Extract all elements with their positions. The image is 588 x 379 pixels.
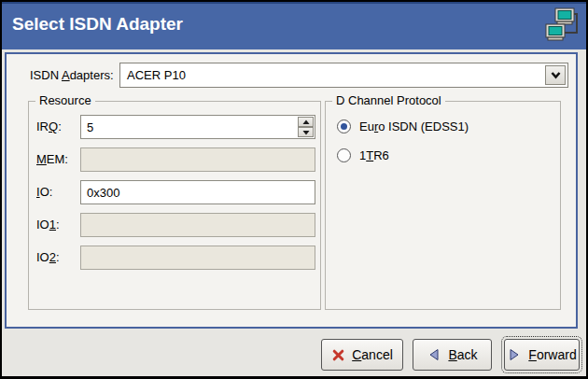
label-part: ancel [361,347,392,362]
radio-dot [341,123,347,130]
io2-label: IO2: [36,250,60,264]
forward-arrow-icon [507,347,522,362]
label-part: IR [36,119,49,133]
isdn-adapters-label: ISDN Adapters: [30,68,114,82]
monitor-back [555,8,574,24]
label-part: dapters: [70,68,114,82]
radio-euro-isdn[interactable]: Euro ISDN (EDSS1) [337,118,469,134]
label-part: A [62,68,70,82]
radio-indicator [337,148,351,162]
titlebar: Select ISDN Adapter [2,2,586,49]
d-channel-group-title: D Channel Protocol [332,93,445,107]
isdn-adapter-combobox[interactable]: ACER P10 [119,63,568,88]
io1-field [80,213,315,237]
spinner-buttons [298,117,314,137]
label-part: : [56,218,60,232]
back-button[interactable]: Back [413,339,492,371]
label-part: T [366,148,373,162]
label-part: 2 [49,250,56,264]
io-row: IO: 0x300 [29,180,320,204]
io1-row: IO1: [29,213,320,237]
irq-row: IRQ: 5 [29,115,320,139]
label-part: : [56,250,60,264]
spin-down-icon [302,130,310,135]
resource-group-title: Resource [35,93,95,107]
cancel-button[interactable]: Cancel [321,339,403,371]
dialog-window: Select ISDN Adapter ISDN Adapters: ACER … [0,0,588,379]
mem-field [80,147,315,172]
label-part: IO [36,218,49,232]
button-label: Forward [528,347,576,362]
io-field[interactable]: 0x300 [80,180,315,204]
irq-spinbox[interactable]: 5 [80,115,315,139]
label-part: ISDN [30,68,62,82]
label-part: Q [49,119,58,133]
window-title: Select ISDN Adapter [12,14,183,35]
button-label: Cancel [352,347,393,362]
mem-row: MEM: [29,147,320,172]
content-panel: ISDN Adapters: ACER P10 Resource IRQ: 5 [5,52,578,329]
radio-indicator [337,119,351,133]
dialog-body: ISDN Adapters: ACER P10 Resource IRQ: 5 [2,49,586,376]
forward-button[interactable]: Forward [504,339,580,371]
combobox-value: ACER P10 [127,68,186,82]
label-part: O: [40,185,53,199]
radio-label: 1TR6 [359,148,389,162]
resource-group: Resource IRQ: 5 [28,101,321,310]
io-label: IO: [36,185,52,199]
cancel-x-icon [331,348,345,362]
label-part: IO [36,250,49,264]
label-part: o ISDN (EDSS1) [378,119,469,133]
button-label: Back [448,347,477,362]
label-part: C [352,347,361,362]
label-part: Eu [359,119,374,133]
spin-down-button[interactable] [298,127,314,137]
io2-field [80,246,315,270]
irq-label: IRQ: [36,119,62,133]
back-arrow-icon [427,347,441,362]
label-part: ack [457,347,478,362]
dropdown-arrow-icon [550,70,562,80]
network-computers-icon [542,7,580,44]
label-part: EM: [47,152,68,166]
label-part: F [528,347,537,362]
radio-1tr6[interactable]: 1TR6 [337,147,389,163]
label-part: B [448,347,456,362]
io1-label: IO1: [36,218,60,232]
mem-label: MEM: [36,152,68,166]
label-part: : [58,119,62,133]
d-channel-protocol-group: D Channel Protocol Euro ISDN (EDSS1) 1TR… [325,101,561,310]
label-part: 1 [49,218,56,232]
io2-row: IO2: [29,246,320,270]
field-value: 0x300 [87,186,119,200]
field-value: 5 [87,120,93,134]
spin-up-icon [302,119,310,125]
label-part: R6 [373,148,389,162]
label-part: orward [537,347,577,362]
radio-label: Euro ISDN (EDSS1) [359,119,469,133]
label-part: M [36,152,47,166]
monitor-front [546,24,565,40]
spin-up-button[interactable] [298,117,314,127]
combobox-drop-button[interactable] [545,65,566,85]
